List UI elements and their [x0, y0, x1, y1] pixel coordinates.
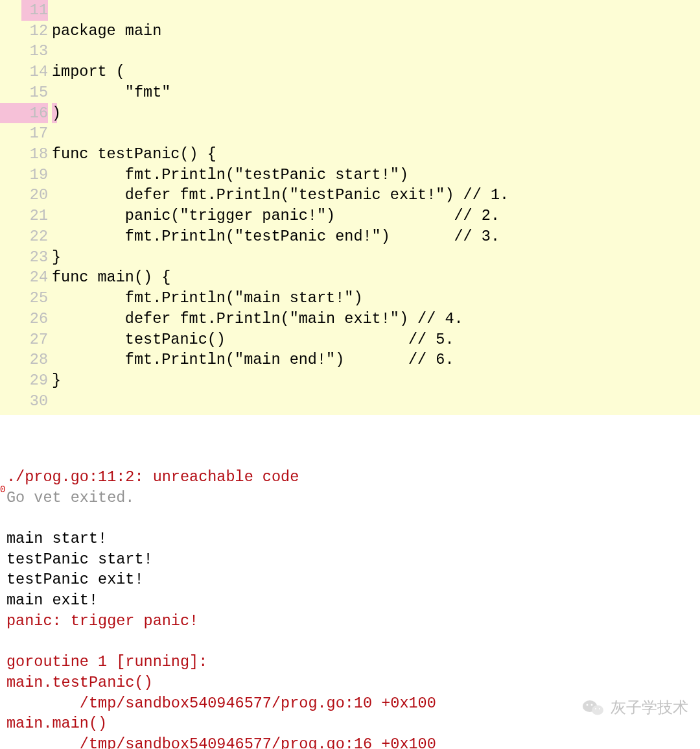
line-number: 17 — [0, 123, 48, 144]
console-line: testPanic start! — [6, 549, 694, 570]
console-line: goroutine 1 [running]: — [6, 652, 694, 672]
code-line[interactable]: func main() { — [52, 267, 700, 288]
line-number: 16 — [0, 103, 48, 124]
svg-point-5 — [599, 708, 600, 709]
console-line — [6, 632, 694, 652]
code-line[interactable]: fmt.Println("testPanic end!") // 3. — [52, 226, 700, 247]
code-line[interactable]: import ( — [52, 62, 700, 82]
code-line[interactable]: ) — [52, 103, 700, 124]
code-line[interactable] — [52, 123, 700, 144]
line-number: 13 — [0, 41, 48, 62]
code-line[interactable] — [52, 391, 700, 412]
line-number: 20 — [0, 185, 48, 206]
line-number: 14 — [0, 62, 48, 82]
code-line[interactable]: func testPanic() { — [52, 144, 700, 165]
line-number: 27 — [0, 329, 48, 350]
code-line[interactable]: fmt.Println("testPanic start!") — [52, 165, 700, 185]
watermark-text: 灰子学技术 — [611, 697, 688, 718]
watermark: 灰子学技术 — [582, 697, 688, 718]
code-line[interactable]: "fmt" — [52, 82, 700, 103]
line-number: 30 — [0, 391, 48, 412]
code-line[interactable] — [52, 0, 700, 21]
svg-point-2 — [587, 704, 589, 706]
line-number: 23 — [0, 247, 48, 268]
code-line[interactable]: defer fmt.Println("main exit!") // 4. — [52, 309, 700, 329]
code-line[interactable]: } — [52, 370, 700, 391]
cursor-marker: 0 — [0, 484, 5, 496]
wechat-icon — [582, 698, 604, 717]
console-line: Go vet exited. — [6, 488, 694, 508]
code-line[interactable]: fmt.Println("main end!") // 6. — [52, 350, 700, 370]
svg-point-1 — [592, 705, 603, 715]
svg-point-3 — [591, 704, 593, 706]
line-number: 15 — [0, 82, 48, 103]
code-line[interactable]: } — [52, 247, 700, 268]
console-line: panic: trigger panic! — [6, 611, 694, 632]
code-line[interactable]: package main — [52, 21, 700, 42]
line-number: 11 — [0, 0, 48, 21]
console-line: main start! — [6, 529, 694, 549]
code-area[interactable]: package main import ( "fmt") func testPa… — [52, 0, 700, 411]
svg-point-4 — [595, 708, 596, 709]
line-number: 29 — [0, 370, 48, 391]
line-number: 25 — [0, 288, 48, 309]
line-number-gutter: 1112131415161718192021222324252627282930 — [0, 0, 52, 411]
code-line[interactable]: fmt.Println("main start!") — [52, 288, 700, 309]
code-editor[interactable]: 1112131415161718192021222324252627282930… — [0, 0, 700, 415]
line-number: 26 — [0, 309, 48, 329]
line-number: 22 — [0, 226, 48, 247]
console-line: ./prog.go:11:2: unreachable code — [6, 467, 694, 488]
line-number: 21 — [0, 206, 48, 226]
console-line: main exit! — [6, 590, 694, 611]
line-number: 12 — [0, 21, 48, 42]
line-number: 24 — [0, 267, 48, 288]
code-line[interactable]: panic("trigger panic!") // 2. — [52, 206, 700, 226]
line-number: 18 — [0, 144, 48, 165]
code-line[interactable]: defer fmt.Println("testPanic exit!") // … — [52, 185, 700, 206]
code-line[interactable]: testPanic() // 5. — [52, 329, 700, 350]
console-line: /tmp/sandbox540946577/prog.go:16 +0x100 — [6, 734, 694, 749]
console-line — [6, 508, 694, 529]
code-line[interactable] — [52, 41, 700, 62]
line-number: 19 — [0, 165, 48, 185]
console-line: testPanic exit! — [6, 569, 694, 590]
console-line: main.testPanic() — [6, 672, 694, 693]
line-number: 28 — [0, 350, 48, 370]
